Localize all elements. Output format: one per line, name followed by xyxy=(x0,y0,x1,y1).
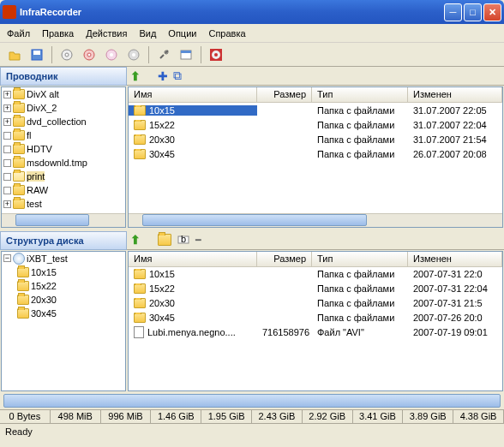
svg-point-15 xyxy=(214,53,218,57)
up-icon[interactable]: ⬆ xyxy=(130,233,141,247)
expand-icon[interactable] xyxy=(3,146,11,153)
explorer-section-title: Проводник xyxy=(0,67,127,86)
expand-icon[interactable] xyxy=(3,173,11,181)
main-toolbar xyxy=(0,43,504,67)
tree-label: dvd_collection xyxy=(27,116,87,127)
tree-item[interactable]: 15x22 xyxy=(2,279,125,293)
new-folder-icon[interactable] xyxy=(158,234,171,246)
menu-file[interactable]: Файл xyxy=(7,28,30,39)
menu-view[interactable]: Вид xyxy=(139,28,156,39)
item-type: Папка с файлами xyxy=(312,313,408,323)
burn-icon[interactable] xyxy=(207,45,225,64)
minimize-button[interactable]: ─ xyxy=(444,3,462,21)
scrollbar[interactable] xyxy=(2,213,125,227)
item-name: Lubi.menya.negno.... xyxy=(147,327,236,337)
expand-icon[interactable]: + xyxy=(3,118,11,126)
list-item[interactable]: 15x22Папка с файлами2007-07-31 22:04 xyxy=(129,282,502,296)
list-item[interactable]: 15x22Папка с файлами31.07.2007 22:04 xyxy=(129,117,502,132)
menu-edit[interactable]: Правка xyxy=(42,28,74,39)
tree-item[interactable]: +test xyxy=(2,197,125,211)
item-modified: 2007-07-26 20:0 xyxy=(408,313,502,323)
disc-icon[interactable] xyxy=(57,45,76,64)
disc-list[interactable]: Имя Размер Тип Изменен 10x15Папка с файл… xyxy=(128,251,503,392)
disc-section-title: Структура диска xyxy=(0,231,127,250)
ruler-tick: 3.89 GiB xyxy=(403,410,453,423)
maximize-button[interactable]: □ xyxy=(464,3,482,21)
list-item[interactable]: 20x30Папка с файлами2007-07-31 21:5 xyxy=(129,296,502,311)
add-icon[interactable]: ✚ xyxy=(158,69,168,83)
up-icon[interactable]: ⬆ xyxy=(130,69,141,83)
disc-pink-icon[interactable] xyxy=(102,45,121,64)
tree-label: DivX alt xyxy=(27,89,59,99)
item-type: Папка с файлами xyxy=(312,298,408,308)
window-title: InfraRecorder xyxy=(20,7,444,17)
disc-red-icon[interactable] xyxy=(80,45,99,64)
col-modified[interactable]: Изменен xyxy=(408,252,502,266)
status-bar: Ready xyxy=(0,423,504,440)
folder-icon xyxy=(134,149,146,159)
expand-icon[interactable] xyxy=(3,132,11,140)
folder-icon xyxy=(17,267,29,277)
tree-item[interactable]: msdownld.tmp xyxy=(2,156,125,170)
item-name: 10x15 xyxy=(149,105,175,116)
tree-item[interactable]: 20x30 xyxy=(2,293,125,307)
list-item[interactable]: 30x45Папка с файлами26.07.2007 20:08 xyxy=(129,146,502,161)
tree-label: DivX_2 xyxy=(27,103,57,113)
col-size[interactable]: Размер xyxy=(257,87,312,102)
folder-icon xyxy=(17,281,29,291)
tree-item[interactable]: −iXBT_test xyxy=(2,252,125,265)
rename-icon[interactable]: b xyxy=(177,233,190,247)
close-button[interactable]: ✕ xyxy=(483,3,501,21)
capacity-ruler: 0 Bytes498 MiB996 MiB1.46 GiB1.95 GiB2.4… xyxy=(0,409,504,423)
save-icon[interactable] xyxy=(27,45,46,64)
folder-icon xyxy=(17,295,29,305)
folder-icon xyxy=(134,105,146,116)
expand-icon[interactable]: + xyxy=(3,104,11,112)
tree-item[interactable]: 10x15 xyxy=(2,265,125,279)
window-icon[interactable] xyxy=(177,45,195,64)
tree-item[interactable]: HDTV xyxy=(2,142,125,156)
disc-tree[interactable]: −iXBT_test10x1515x2220x3030x45 xyxy=(1,251,126,392)
list-item[interactable]: 30x45Папка с файлами2007-07-26 20:0 xyxy=(129,311,502,325)
disc-gray-icon[interactable] xyxy=(124,45,143,64)
explorer-tree[interactable]: +DivX alt+DivX_2+dvd_collection fl HDTV … xyxy=(1,86,126,228)
menu-options[interactable]: Опции xyxy=(168,28,196,39)
col-name[interactable]: Имя xyxy=(129,252,257,266)
scrollbar[interactable] xyxy=(129,213,502,227)
expand-icon[interactable]: + xyxy=(3,91,11,98)
list-item[interactable]: Lubi.menya.negno....716158976Файл "AVI"2… xyxy=(129,325,502,340)
open-icon[interactable] xyxy=(5,45,24,64)
app-icon xyxy=(3,5,16,19)
tree-item[interactable]: +DivX alt xyxy=(2,87,125,101)
menu-actions[interactable]: Действия xyxy=(86,28,127,39)
menu-help[interactable]: Справка xyxy=(208,28,245,39)
tree-item[interactable]: 30x45 xyxy=(2,307,125,320)
expand-icon[interactable] xyxy=(3,159,11,167)
titlebar[interactable]: InfraRecorder ─ □ ✕ xyxy=(0,0,504,24)
tree-item[interactable]: fl xyxy=(2,128,125,142)
expand-icon[interactable]: + xyxy=(3,200,11,208)
svg-rect-1 xyxy=(33,51,40,55)
tree-item[interactable]: print xyxy=(2,170,125,183)
col-type[interactable]: Тип xyxy=(312,252,408,266)
list-item[interactable]: 10x15Папка с файлами31.07.2007 22:05 xyxy=(129,103,502,117)
tree-item[interactable]: RAW xyxy=(2,183,125,197)
tools-icon[interactable] xyxy=(154,45,173,64)
col-type[interactable]: Тип xyxy=(312,87,408,102)
col-modified[interactable]: Изменен xyxy=(408,87,502,102)
add-all-icon[interactable]: ⧉ xyxy=(173,69,182,83)
remove-icon[interactable]: ━ xyxy=(195,235,201,246)
list-item[interactable]: 20x30Папка с файлами31.07.2007 21:54 xyxy=(129,132,502,146)
explorer-list[interactable]: Имя Размер Тип Изменен 10x15Папка с файл… xyxy=(128,86,503,228)
item-name: 20x30 xyxy=(149,134,175,145)
expand-icon[interactable] xyxy=(3,187,11,194)
col-size[interactable]: Размер xyxy=(257,252,312,266)
list-item[interactable]: 10x15Папка с файлами2007-07-31 22:0 xyxy=(129,267,502,282)
tree-item[interactable]: +DivX_2 xyxy=(2,101,125,115)
folder-icon xyxy=(13,158,25,168)
folder-icon xyxy=(13,89,25,99)
folder-icon xyxy=(134,269,146,279)
col-name[interactable]: Имя xyxy=(129,87,257,102)
expand-icon[interactable]: − xyxy=(3,254,11,262)
tree-item[interactable]: +dvd_collection xyxy=(2,115,125,128)
